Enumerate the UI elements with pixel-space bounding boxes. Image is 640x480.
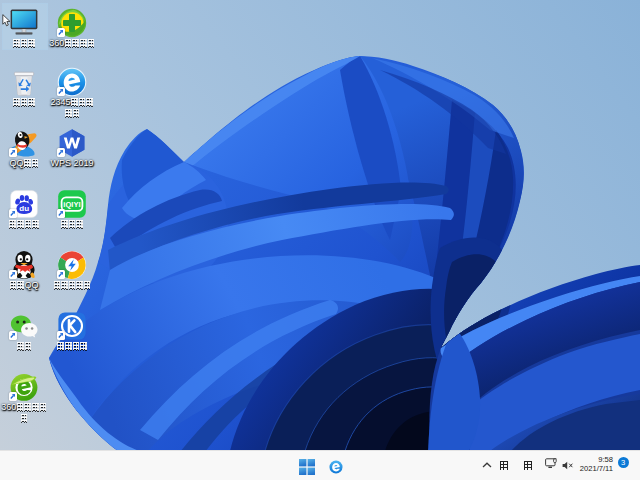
svg-text:iQIYI: iQIYI	[63, 200, 80, 209]
svg-text:du: du	[19, 204, 29, 213]
